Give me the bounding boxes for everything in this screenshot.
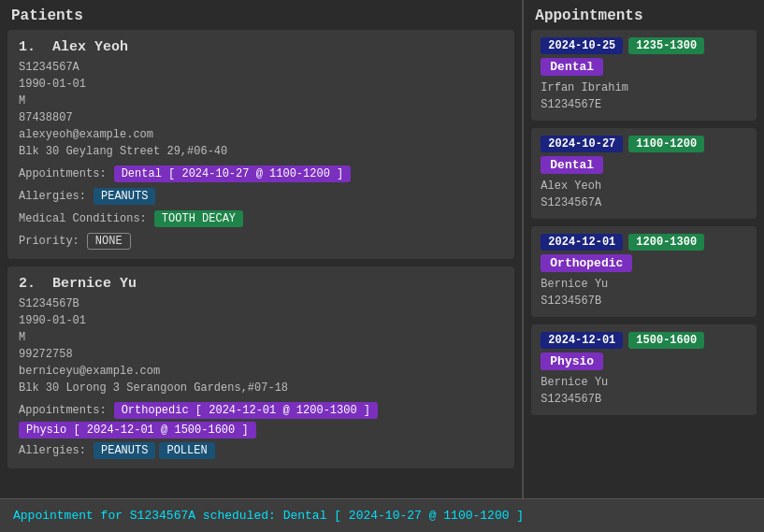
- patient-1-nric: S1234567A: [19, 59, 503, 76]
- patient-2-allergy-peanuts[interactable]: PEANUTS: [94, 442, 155, 459]
- appointments-panel-title: Appointments: [524, 0, 764, 30]
- patient-1-phone: 87438807: [19, 109, 503, 126]
- patient-2-nric: S1234567B: [19, 295, 503, 312]
- patient-1-address: Blk 30 Geylang Street 29,#06-40: [19, 143, 503, 160]
- patient-1-email: alexyeoh@example.com: [19, 126, 503, 143]
- patient-2-appt-orthopedic[interactable]: Orthopedic [ 2024-12-01 @ 1200-1300 ]: [114, 402, 378, 419]
- patient-1-allergy-peanuts[interactable]: PEANUTS: [94, 188, 155, 205]
- appt-card-1: 2024-10-25 1235-1300 Dental Irfan Ibrahi…: [531, 30, 757, 121]
- appt-2-doctor: Alex Yeoh: [541, 178, 747, 194]
- patient-1-dob: 1990-01-01: [19, 76, 503, 93]
- patient-1-gender: M: [19, 93, 503, 109]
- appt-card-2: 2024-10-27 1100-1200 Dental Alex Yeoh S1…: [531, 128, 757, 219]
- appt-4-time: 1500-1600: [628, 332, 704, 349]
- appt-4-type: Physio: [541, 352, 603, 370]
- appt-2-date: 2024-10-27: [541, 136, 623, 152]
- patient-card-1: 1. Alex Yeoh S1234567A 1990-01-01 M 8743…: [7, 30, 514, 259]
- status-bar: Appointment for S1234567A scheduled: Den…: [0, 498, 764, 532]
- appt-1-date-row: 2024-10-25 1235-1300: [541, 37, 747, 54]
- patients-list: 1. Alex Yeoh S1234567A 1990-01-01 M 8743…: [0, 30, 522, 498]
- patient-1-conditions-label: Medical Conditions:: [19, 212, 147, 225]
- patient-2-name: 2. Bernice Yu: [19, 276, 503, 292]
- appt-1-nric: S1234567E: [541, 96, 747, 113]
- patient-1-name: 1. Alex Yeoh: [19, 39, 503, 55]
- appointments-panel: Appointments 2024-10-25 1235-1300 Dental…: [524, 0, 764, 498]
- appt-3-date: 2024-12-01: [541, 234, 623, 251]
- appt-2-type: Dental: [541, 156, 603, 174]
- patients-panel: Patients 1. Alex Yeoh S1234567A 1990-01-…: [0, 0, 523, 498]
- appt-1-date: 2024-10-25: [541, 37, 623, 54]
- appt-1-time: 1235-1300: [628, 37, 704, 54]
- patient-1-conditions-row: Medical Conditions: TOOTH DECAY: [19, 210, 503, 227]
- patient-2-gender: M: [19, 329, 503, 346]
- appt-4-nric: S1234567B: [541, 391, 747, 408]
- appt-card-3: 2024-12-01 1200-1300 Orthopedic Bernice …: [531, 226, 757, 317]
- patient-card-2: 2. Bernice Yu S1234567B 1990-01-01 M 992…: [7, 266, 514, 468]
- patient-1-allergies-row: Allergies: PEANUTS: [19, 188, 503, 205]
- appt-3-nric: S1234567B: [541, 293, 747, 309]
- appt-2-date-row: 2024-10-27 1100-1200: [541, 136, 747, 152]
- patient-2-appt-physio-row: Physio [ 2024-12-01 @ 1500-1600 ]: [19, 423, 503, 437]
- appt-4-doctor: Bernice Yu: [541, 374, 747, 391]
- appt-1-type: Dental: [541, 58, 603, 76]
- patient-2-dob: 1990-01-01: [19, 312, 503, 329]
- patient-1-allergies-label: Allergies:: [19, 190, 86, 203]
- patient-1-priority-value: NONE: [87, 233, 131, 250]
- patient-2-allergy-pollen[interactable]: POLLEN: [159, 442, 214, 459]
- patient-2-email: berniceyu@example.com: [19, 363, 503, 380]
- patient-1-priority-label: Priority:: [19, 235, 79, 248]
- patient-1-appt-dental[interactable]: Dental [ 2024-10-27 @ 1100-1200 ]: [114, 165, 352, 182]
- patient-2-appt-physio[interactable]: Physio [ 2024-12-01 @ 1500-1600 ]: [19, 422, 256, 439]
- appt-card-4: 2024-12-01 1500-1600 Physio Bernice Yu S…: [531, 324, 757, 415]
- appt-3-time: 1200-1300: [628, 234, 704, 251]
- appt-2-nric: S1234567A: [541, 194, 747, 211]
- patient-2-address: Blk 30 Lorong 3 Serangoon Gardens,#07-18: [19, 380, 503, 396]
- appt-4-date-row: 2024-12-01 1500-1600: [541, 332, 747, 349]
- appt-4-date: 2024-12-01: [541, 332, 623, 349]
- patient-1-appointments-row: Appointments: Dental [ 2024-10-27 @ 1100…: [19, 165, 503, 182]
- patient-1-condition-tooth-decay[interactable]: TOOTH DECAY: [154, 210, 243, 227]
- main-content: Patients 1. Alex Yeoh S1234567A 1990-01-…: [0, 0, 764, 498]
- patient-2-appointments-label: Appointments:: [19, 404, 107, 417]
- patient-2-appointments-row: Appointments: Orthopedic [ 2024-12-01 @ …: [19, 402, 503, 419]
- patient-2-allergies-label: Allergies:: [19, 444, 86, 457]
- patient-2-allergies-row: Allergies: PEANUTS POLLEN: [19, 442, 503, 459]
- patient-1-priority-row: Priority: NONE: [19, 233, 503, 250]
- appt-1-doctor: Irfan Ibrahim: [541, 79, 747, 96]
- patient-1-appointments-label: Appointments:: [19, 167, 107, 180]
- appt-3-date-row: 2024-12-01 1200-1300: [541, 234, 747, 251]
- appt-2-time: 1100-1200: [628, 136, 704, 152]
- appointments-list: 2024-10-25 1235-1300 Dental Irfan Ibrahi…: [524, 30, 764, 498]
- appt-3-doctor: Bernice Yu: [541, 276, 747, 293]
- patients-panel-title: Patients: [0, 0, 522, 30]
- appt-3-type: Orthopedic: [541, 254, 632, 272]
- patient-2-phone: 99272758: [19, 346, 503, 363]
